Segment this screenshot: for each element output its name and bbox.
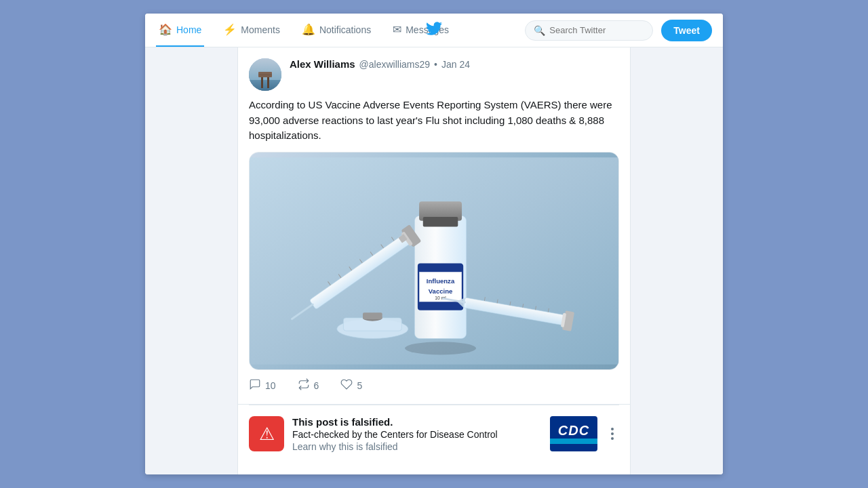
nav-bar: 🏠 Home ⚡ Moments 🔔 Notifications ✉ Messa… xyxy=(145,14,723,47)
browser-window: 🏠 Home ⚡ Moments 🔔 Notifications ✉ Messa… xyxy=(145,14,723,474)
svg-rect-2 xyxy=(261,76,263,88)
svg-rect-13 xyxy=(418,264,462,271)
fact-check-subtitle: Fact-checked by the Centers for Disease … xyxy=(292,429,542,440)
like-icon xyxy=(340,378,353,393)
nav-right: 🔍 Tweet xyxy=(525,20,712,41)
svg-rect-14 xyxy=(418,302,462,309)
user-name-row: Alex Williams @alexwilliams29 • Jan 24 xyxy=(290,58,470,70)
tweet-text: According to US Vaccine Adverse Events R… xyxy=(249,98,619,144)
tweet-header: Alex Williams @alexwilliams29 • Jan 24 xyxy=(249,58,619,91)
cdc-logo: CDC xyxy=(550,416,597,451)
search-input[interactable] xyxy=(549,25,644,35)
tweet-button[interactable]: Tweet xyxy=(661,20,712,41)
tweet-date: Jan 24 xyxy=(441,59,470,70)
tweet-card: Alex Williams @alexwilliams29 • Jan 24 A… xyxy=(238,47,630,405)
comment-icon xyxy=(249,378,261,393)
main-content: Alex Williams @alexwilliams29 • Jan 24 A… xyxy=(145,47,723,474)
like-count: 5 xyxy=(357,380,362,391)
svg-rect-44 xyxy=(363,312,382,319)
nav-notifications[interactable]: 🔔 Notifications xyxy=(299,14,374,47)
tweet-actions: 10 6 xyxy=(249,378,619,393)
user-info: Alex Williams @alexwilliams29 • Jan 24 xyxy=(290,58,470,70)
fact-check-title: This post is falsified. xyxy=(292,416,542,428)
svg-rect-5 xyxy=(258,73,272,73)
svg-rect-3 xyxy=(267,76,269,88)
user-name[interactable]: Alex Williams xyxy=(290,58,355,70)
svg-point-8 xyxy=(405,342,476,354)
comment-action[interactable]: 10 xyxy=(249,378,276,393)
dot-2 xyxy=(611,432,614,435)
nav-moments[interactable]: ⚡ Moments xyxy=(220,14,283,47)
svg-rect-1 xyxy=(249,80,281,91)
tweet-image[interactable]: Influenza Vaccine 10 ml xyxy=(249,152,619,370)
cdc-stripe xyxy=(550,439,597,444)
more-options-button[interactable] xyxy=(606,422,619,445)
like-action[interactable]: 5 xyxy=(340,378,362,393)
warning-icon-container: ⚠ xyxy=(249,416,284,451)
retweet-count: 6 xyxy=(314,380,319,391)
comment-count: 10 xyxy=(265,380,276,391)
avatar-image xyxy=(249,58,281,91)
avatar[interactable] xyxy=(249,58,281,91)
home-icon: 🏠 xyxy=(159,23,172,36)
nav-home-label: Home xyxy=(176,24,201,35)
nav-notifications-label: Notifications xyxy=(319,24,371,35)
svg-rect-11 xyxy=(423,217,458,226)
search-icon: 🔍 xyxy=(534,25,545,36)
moments-icon: ⚡ xyxy=(223,23,237,36)
svg-text:Vaccine: Vaccine xyxy=(429,287,453,294)
notifications-icon: 🔔 xyxy=(302,23,315,36)
retweet-action[interactable]: 6 xyxy=(298,378,319,393)
retweet-icon xyxy=(298,378,310,393)
dot-1 xyxy=(611,428,614,430)
fact-check-banner: ⚠ This post is falsified. Fact-checked b… xyxy=(238,405,630,463)
nav-messages[interactable]: ✉ Messages xyxy=(390,14,452,47)
search-box[interactable]: 🔍 xyxy=(525,20,653,41)
svg-text:Influenza: Influenza xyxy=(427,277,455,285)
nav-home[interactable]: 🏠 Home xyxy=(156,14,204,47)
dot-3 xyxy=(611,437,614,440)
dot-separator: • xyxy=(434,59,437,70)
feed-column: Alex Williams @alexwilliams29 • Jan 24 A… xyxy=(237,47,631,474)
messages-icon: ✉ xyxy=(393,23,401,36)
nav-moments-label: Moments xyxy=(241,24,280,35)
fact-check-text: This post is falsified. Fact-checked by … xyxy=(292,416,542,452)
svg-rect-6 xyxy=(258,75,272,75)
fact-check-link[interactable]: Learn why this is falsified xyxy=(292,441,542,452)
warning-icon: ⚠ xyxy=(259,425,275,443)
cdc-text: CDC xyxy=(558,424,589,437)
twitter-logo xyxy=(426,22,442,39)
user-handle: @alexwilliams29 xyxy=(359,59,430,70)
vaccine-illustration: Influenza Vaccine 10 ml xyxy=(250,152,618,369)
